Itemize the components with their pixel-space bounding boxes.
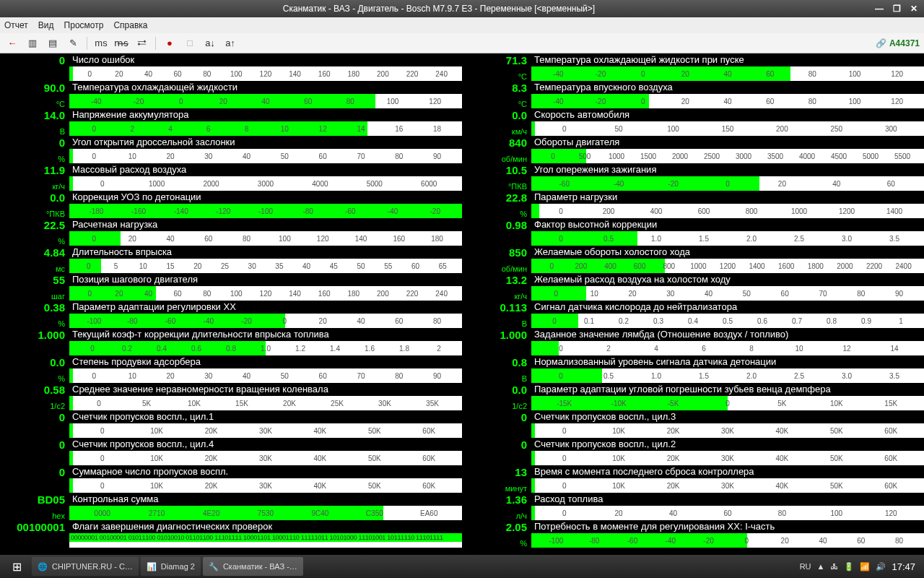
- menu-view[interactable]: Вид: [38, 20, 54, 30]
- menu-report[interactable]: Отчет: [4, 20, 28, 30]
- param-row[interactable]: 0.98Фактор высотной коррекции00.51.01.52…: [462, 218, 924, 246]
- taskbar-task[interactable]: 📊Diamag 2: [141, 557, 201, 576]
- toolbar-page[interactable]: ▥: [25, 35, 40, 51]
- param-row[interactable]: 0.0°ПКВКоррекция УОЗ по детонации-180-16…: [0, 191, 462, 218]
- param-ticks: 02468101214: [531, 341, 924, 355]
- param-name: Напряжение аккумулятора: [69, 108, 462, 121]
- task-icon: 🔧: [209, 562, 219, 571]
- toolbar-list[interactable]: ▤: [45, 35, 61, 51]
- param-bar: 000027104E2075309C40C350EA60: [69, 506, 462, 520]
- param-ticks: 010K20K30K40K50K60K: [69, 451, 462, 465]
- param-row[interactable]: 0%Угол открытия дроссельной заслонки0102…: [0, 136, 462, 163]
- param-row[interactable]: 0Суммарное число пропусков воспл.010K20K…: [0, 465, 462, 493]
- battery-icon[interactable]: 🔋: [844, 562, 854, 571]
- param-value: 0.8: [462, 357, 527, 368]
- param-row[interactable]: 0.8ВНормализованный уровень сигнала датч…: [462, 355, 924, 383]
- param-row[interactable]: 1.000Текущий коэф-т коррекции длительнос…: [0, 328, 462, 355]
- param-row[interactable]: 71.3°CТемпература охлаждающей жидкости п…: [462, 53, 924, 81]
- lang-indicator[interactable]: RU: [800, 562, 811, 571]
- param-value: 14.0: [0, 110, 65, 121]
- param-row[interactable]: 2.05%Потребность в моменте для регулиров…: [462, 520, 924, 548]
- param-row[interactable]: 22.5%Расчетная нагрузка02040608010012014…: [0, 218, 462, 246]
- titlebar: Сканматик - ВАЗ - Двигатель - Bosch M7.9…: [0, 0, 924, 17]
- param-name: Счетчик пропусков воспл., цил.4: [69, 438, 462, 451]
- param-row[interactable]: 0Число ошибок020406080100120140160180200…: [0, 53, 462, 81]
- network-icon[interactable]: 🖧: [830, 562, 838, 571]
- param-row[interactable]: 0.0%Степень продувки адсорбера0102030405…: [0, 355, 462, 383]
- param-row[interactable]: 0Счетчик пропусков воспл., цил.1010K20K3…: [0, 410, 462, 438]
- param-row[interactable]: 1.36л/чРасход топлива020406080100120: [462, 493, 924, 520]
- param-bar: 024681012141618: [69, 121, 462, 136]
- param-name: Число ошибок: [69, 53, 462, 66]
- param-value: 4.84: [0, 247, 65, 259]
- param-row[interactable]: BD05hexКонтрольная сумма000027104E207530…: [0, 493, 462, 520]
- param-name: Степень продувки адсорбера: [69, 355, 462, 368]
- toolbar-link[interactable]: ⮂: [134, 35, 149, 51]
- start-button[interactable]: ⊞: [3, 556, 30, 577]
- param-bar: 0200400600800100012001400: [531, 204, 924, 218]
- param-unit: кг/ч: [462, 292, 527, 301]
- param-row[interactable]: 0.01/c2Параметр адаптации угловой погреш…: [462, 383, 924, 410]
- param-row[interactable]: 0Счетчик пропусков воспл., цил.2010K20K3…: [462, 438, 924, 465]
- param-row[interactable]: 90.0°CТемпература охлаждающей жидкости-4…: [0, 81, 462, 108]
- param-row[interactable]: 55шагПозиция шагового двигателя020406080…: [0, 273, 462, 301]
- param-value: 0.0: [462, 110, 527, 121]
- clock[interactable]: 17:47: [892, 561, 915, 572]
- param-value: 90.0: [0, 82, 65, 94]
- menu-help[interactable]: Справка: [113, 20, 147, 30]
- window-controls: — ❐ ✕: [873, 4, 920, 14]
- param-ticks: 0102030405060708090: [69, 368, 462, 383]
- param-unit: В: [462, 374, 527, 383]
- param-name: Расход топлива: [531, 493, 924, 506]
- toolbar-disabled-1[interactable]: □: [182, 35, 198, 51]
- param-ticks: -100-80-60-40-20020406080: [531, 533, 924, 548]
- param-bar: -40-20020406080100120: [69, 94, 462, 108]
- system-tray: RU ▲ 🖧 🔋 📶 🔊 17:47: [800, 561, 921, 572]
- task-icon: 📊: [147, 562, 157, 571]
- maximize-button[interactable]: ❐: [891, 4, 902, 14]
- param-row[interactable]: 10.5°ПКВУгол опережения зажигания-60-40-…: [462, 163, 924, 191]
- param-row[interactable]: 0.0км/чСкорость автомобиля05010015020025…: [462, 108, 924, 136]
- param-row[interactable]: 00100001Флаги завершения диагностических…: [0, 520, 462, 548]
- toolbar-ms-strike[interactable]: m̶s̶: [113, 35, 129, 51]
- param-ticks: 024681012141618: [69, 121, 462, 136]
- param-row[interactable]: 1.000Заданное значение лямбда (Отношение…: [462, 328, 924, 355]
- toolbar-ms-badge[interactable]: ms: [93, 35, 109, 51]
- param-row[interactable]: 840об/минОбороты двигателя05001000150020…: [462, 136, 924, 163]
- toolbar-a-down[interactable]: a↓: [202, 35, 218, 51]
- param-row[interactable]: 8.3°CТемпература впускного воздуха-40-20…: [462, 81, 924, 108]
- param-unit: 1/c2: [462, 402, 527, 410]
- toolbar-record[interactable]: ●: [162, 35, 178, 51]
- param-unit: %: [462, 210, 527, 218]
- param-row[interactable]: 0.113ВСигнал датчика кислорода до нейтра…: [462, 301, 924, 328]
- toolbar-a-up[interactable]: a↑: [222, 35, 238, 51]
- param-row[interactable]: 0.38%Параметр адаптации регулировки ХХ-1…: [0, 301, 462, 328]
- toolbar-arrow-left[interactable]: ←: [4, 35, 20, 51]
- menu-browse[interactable]: Просмотр: [64, 20, 104, 30]
- param-row[interactable]: 0Счетчик пропусков воспл., цил.3010K20K3…: [462, 410, 924, 438]
- param-bar: 010K20K30K40K50K60K: [531, 451, 924, 465]
- wifi-icon[interactable]: 📶: [860, 562, 870, 571]
- param-row[interactable]: 0Счетчик пропусков воспл., цил.4010K20K3…: [0, 438, 462, 465]
- param-binary: 00000001 00100001 01011100 01010010 0110…: [69, 533, 462, 542]
- param-name: Счетчик пропусков воспл., цил.1: [69, 410, 462, 423]
- param-unit: об/мин: [462, 155, 527, 163]
- param-row[interactable]: 22.8%Параметр нагрузки020040060080010001…: [462, 191, 924, 218]
- param-row[interactable]: 13.2кг/чЖелаемый расход воздуха на холос…: [462, 273, 924, 301]
- taskbar-task[interactable]: 🔧Сканматик - ВАЗ -…: [203, 557, 303, 576]
- param-row[interactable]: 13минутВремя с момента последнего сброса…: [462, 465, 924, 493]
- tray-icon[interactable]: ▲: [817, 562, 825, 571]
- param-value: 1.000: [0, 329, 65, 341]
- close-button[interactable]: ✕: [908, 4, 920, 14]
- param-ticks: -60-40-200204060: [531, 176, 924, 191]
- param-row[interactable]: 4.84мсДлительность впрыска05101520253035…: [0, 246, 462, 273]
- volume-icon[interactable]: 🔊: [876, 562, 886, 571]
- param-row[interactable]: 14.0ВНапряжение аккумулятора024681012141…: [0, 108, 462, 136]
- param-row[interactable]: 11.9кг/чМассовый расход воздуха010002000…: [0, 163, 462, 191]
- taskbar-task[interactable]: 🌐CHIPTUNER.RU - C…: [32, 557, 139, 576]
- param-row[interactable]: 0.581/c2Среднее значение неравномерности…: [0, 383, 462, 410]
- minimize-button[interactable]: —: [873, 4, 885, 14]
- parameters-grid: 0Число ошибок020406080100120140160180200…: [0, 53, 924, 555]
- param-row[interactable]: 850об/минЖелаемые обороты холостого хода…: [462, 246, 924, 273]
- toolbar-pencil[interactable]: ✎: [65, 35, 81, 51]
